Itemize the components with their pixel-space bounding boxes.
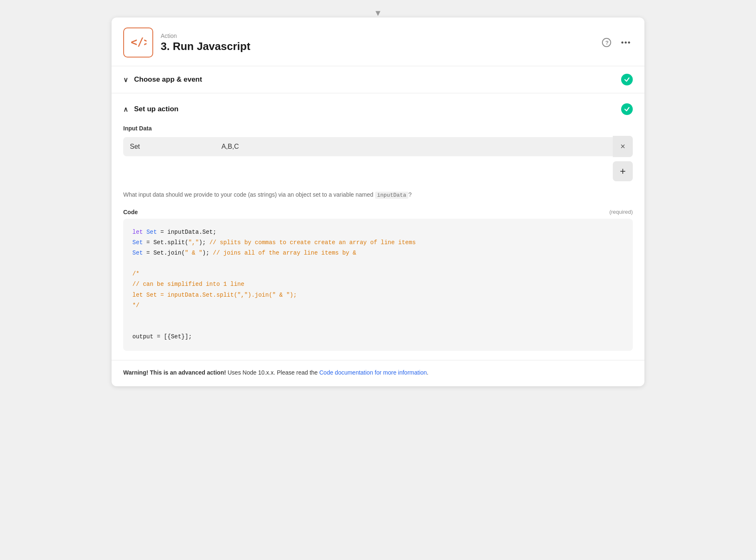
setup-action-check (621, 103, 633, 115)
code-line-9 (132, 311, 624, 321)
code-icon: </> (130, 34, 147, 51)
warning-bold: Warning! This is an advanced action! (123, 369, 226, 376)
code-line-7: let Set = inputData.Set.split(",").join(… (132, 290, 624, 300)
action-card: </> Action 3. Run Javascript ? (112, 18, 644, 386)
code-required: (required) (609, 209, 633, 215)
input-value-field[interactable] (215, 137, 613, 156)
warning-text: Warning! This is an advanced action! Use… (123, 368, 633, 377)
warning-link[interactable]: Code documentation for more information (319, 369, 427, 376)
warning-end: . (427, 369, 428, 376)
code-line-10 (132, 321, 624, 332)
svg-point-5 (628, 42, 630, 44)
more-options-button[interactable] (619, 39, 633, 46)
add-row: + (123, 161, 633, 181)
helper-text: What input data should we provide to you… (123, 190, 633, 200)
header-left: </> Action 3. Run Javascript (123, 28, 250, 58)
code-editor[interactable]: let Set = inputData.Set; Set = Set.split… (123, 219, 633, 351)
header-actions: ? (599, 35, 633, 50)
checkmark-icon (624, 76, 630, 83)
choose-app-event-left: ∨ Choose app & event (123, 75, 202, 84)
code-section: Code (required) let Set = inputData.Set;… (123, 209, 633, 351)
input-data-row: × (123, 136, 633, 157)
action-label: Action (161, 32, 250, 39)
setup-action-left[interactable]: ∧ Set up action (123, 105, 179, 113)
choose-app-event-title: Choose app & event (134, 75, 202, 84)
setup-action-section: ∧ Set up action Input Data × (112, 93, 644, 360)
warning-section: Warning! This is an advanced action! Use… (112, 360, 644, 386)
input-key-field[interactable] (123, 137, 215, 156)
chevron-down-icon: ∨ (123, 76, 128, 84)
code-line-6: // can be simplified into 1 line (132, 279, 624, 290)
inputdata-code: inputData (375, 192, 408, 199)
code-line-11: output = [{Set}]; (132, 332, 624, 342)
code-line-4 (132, 258, 624, 269)
connector-arrow-icon: ▼ (374, 8, 382, 18)
code-line-5: /* (132, 269, 624, 279)
help-icon: ? (602, 38, 611, 47)
more-icon (621, 41, 630, 44)
setup-action-title: Set up action (134, 105, 179, 113)
code-line-8: */ (132, 300, 624, 311)
chevron-up-icon: ∧ (123, 105, 128, 113)
code-line-3: Set = Set.join(" & "); // joins all of t… (132, 248, 624, 258)
add-input-button[interactable]: + (613, 161, 633, 181)
setup-section-header: ∧ Set up action (123, 103, 633, 115)
warning-normal: Uses Node 10.x.x. Please read the (226, 369, 319, 376)
svg-point-4 (625, 42, 627, 44)
choose-app-event-row[interactable]: ∨ Choose app & event (112, 66, 644, 93)
top-connector: ▼ (374, 8, 382, 18)
code-label: Code (123, 209, 138, 215)
input-data-label: Input Data (123, 125, 633, 132)
code-line-2: Set = Set.split(","); // splits by comma… (132, 238, 624, 248)
app-icon: </> (123, 28, 153, 58)
header-text: Action 3. Run Javascript (161, 32, 250, 53)
input-data-group: Input Data × + (123, 125, 633, 181)
code-line-1: let Set = inputData.Set; (132, 227, 624, 238)
card-header: </> Action 3. Run Javascript ? (112, 18, 644, 66)
action-title: 3. Run Javascript (161, 40, 250, 53)
svg-text:</>: </> (131, 36, 147, 48)
svg-text:?: ? (605, 40, 609, 46)
remove-input-button[interactable]: × (613, 136, 633, 157)
choose-app-event-check (621, 74, 633, 85)
checkmark-icon-2 (624, 106, 630, 112)
help-button[interactable]: ? (599, 35, 614, 50)
code-header: Code (required) (123, 209, 633, 215)
svg-point-3 (622, 42, 624, 44)
